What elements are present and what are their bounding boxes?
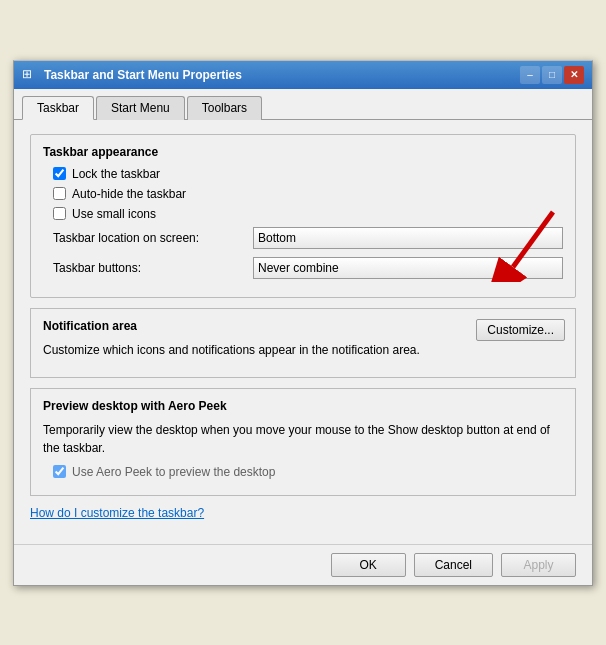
window-icon: ⊞: [22, 67, 38, 83]
minimize-button[interactable]: –: [520, 66, 540, 84]
lock-taskbar-checkbox[interactable]: [53, 167, 66, 180]
notification-area-title: Notification area: [43, 319, 453, 333]
cancel-button[interactable]: Cancel: [414, 553, 493, 577]
notification-area-desc: Customize which icons and notifications …: [43, 341, 453, 359]
auto-hide-row: Auto-hide the taskbar: [43, 187, 563, 201]
auto-hide-checkbox[interactable]: [53, 187, 66, 200]
ok-button[interactable]: OK: [331, 553, 406, 577]
aero-peek-desc: Temporarily view the desktop when you mo…: [43, 421, 563, 457]
aero-peek-checkbox[interactable]: [53, 465, 66, 478]
small-icons-checkbox[interactable]: [53, 207, 66, 220]
lock-taskbar-label: Lock the taskbar: [72, 167, 160, 181]
auto-hide-label: Auto-hide the taskbar: [72, 187, 186, 201]
apply-button[interactable]: Apply: [501, 553, 576, 577]
lock-taskbar-row: Lock the taskbar: [43, 167, 563, 181]
location-row: Taskbar location on screen: Bottom Top L…: [43, 227, 563, 249]
tab-start-menu[interactable]: Start Menu: [96, 96, 185, 120]
close-button[interactable]: ✕: [564, 66, 584, 84]
aero-peek-title: Preview desktop with Aero Peek: [43, 399, 563, 413]
title-controls: – □ ✕: [520, 66, 584, 84]
buttons-row: Taskbar buttons: Always combine, hide la…: [43, 257, 563, 279]
aero-peek-row: Use Aero Peek to preview the desktop: [43, 465, 563, 479]
location-label: Taskbar location on screen:: [53, 231, 253, 245]
notification-area-section: Notification area Customize which icons …: [30, 308, 576, 378]
tab-taskbar[interactable]: Taskbar: [22, 96, 94, 120]
bottom-buttons: OK Cancel Apply: [14, 544, 592, 585]
customize-taskbar-link[interactable]: How do I customize the taskbar?: [30, 506, 576, 520]
taskbar-appearance-title: Taskbar appearance: [43, 145, 563, 159]
small-icons-row: Use small icons: [43, 207, 563, 221]
small-icons-label: Use small icons: [72, 207, 156, 221]
buttons-select[interactable]: Always combine, hide labels Combine when…: [253, 257, 563, 279]
taskbar-appearance-section: Taskbar appearance Lock the taskbar Auto…: [30, 134, 576, 298]
location-select[interactable]: Bottom Top Left Right: [253, 227, 563, 249]
customize-button[interactable]: Customize...: [476, 319, 565, 341]
aero-peek-label: Use Aero Peek to preview the desktop: [72, 465, 275, 479]
aero-peek-section: Preview desktop with Aero Peek Temporari…: [30, 388, 576, 496]
dialog-window: ⊞ Taskbar and Start Menu Properties – □ …: [13, 60, 593, 586]
maximize-button[interactable]: □: [542, 66, 562, 84]
buttons-label: Taskbar buttons:: [53, 261, 253, 275]
title-bar: ⊞ Taskbar and Start Menu Properties – □ …: [14, 61, 592, 89]
title-bar-left: ⊞ Taskbar and Start Menu Properties: [22, 67, 242, 83]
window-title: Taskbar and Start Menu Properties: [44, 68, 242, 82]
tab-content: Taskbar appearance Lock the taskbar Auto…: [14, 120, 592, 544]
tab-toolbars[interactable]: Toolbars: [187, 96, 262, 120]
tabs-bar: Taskbar Start Menu Toolbars: [14, 89, 592, 120]
